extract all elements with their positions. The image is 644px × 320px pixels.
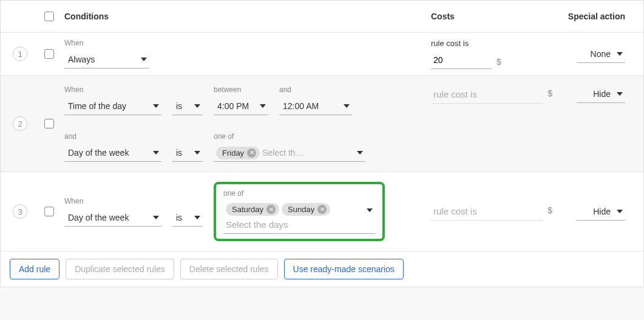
remove-chip-icon[interactable]: ✕ (247, 148, 256, 158)
chevron-down-icon (153, 104, 159, 108)
days-multiselect[interactable]: Saturday ✕ Sunday ✕ (223, 201, 375, 216)
remove-chip-icon[interactable]: ✕ (317, 205, 327, 214)
time-from-select[interactable]: 4:00 PM (214, 98, 268, 115)
time-to-select[interactable]: 12:00 AM (279, 98, 352, 115)
condition-type-select[interactable]: Day of the week (64, 209, 161, 227)
chevron-down-icon (194, 216, 200, 219)
special-action-select[interactable]: None (577, 45, 625, 63)
table-header: Conditions Costs Special action (1, 1, 643, 33)
days-placeholder-input[interactable]: Select the days (223, 216, 375, 234)
rules-table: Conditions Costs Special action 1 When A… (0, 0, 644, 287)
footer-toolbar: Add rule Duplicate selected rules Delete… (1, 252, 643, 287)
cost-label-placeholder[interactable]: rule cost is (431, 202, 543, 221)
operator-value: is (176, 148, 182, 158)
condition-type-value: Always (68, 55, 95, 64)
condition-type-value: Day of the week (68, 148, 129, 158)
select-placeholder: Select the days (226, 218, 288, 232)
chevron-down-icon (617, 210, 623, 213)
day-chip: Saturday ✕ (226, 203, 279, 216)
operator-select[interactable]: is (172, 98, 203, 115)
header-special-action: Special action (552, 12, 625, 21)
rule-row: 3 When Day of the week _ is (1, 172, 643, 252)
header-conditions: Conditions (61, 12, 431, 21)
chevron-down-icon (617, 52, 623, 56)
select-all-checkbox[interactable] (44, 12, 54, 21)
special-action-select[interactable]: Hide (577, 203, 625, 221)
action-value: Hide (593, 207, 611, 216)
rule-checkbox[interactable] (44, 119, 54, 128)
rule-checkbox[interactable] (44, 207, 54, 216)
when-label: When (64, 85, 161, 94)
operator-value: is (176, 213, 182, 222)
and-label: and (279, 85, 352, 94)
condition-type-select[interactable]: Time of the day (64, 98, 161, 115)
chevron-down-icon (153, 216, 159, 219)
cost-label-placeholder[interactable]: rule cost is (431, 85, 543, 104)
special-action-select[interactable]: Hide (577, 85, 625, 103)
when-label: When (64, 197, 161, 205)
chevron-down-icon (260, 104, 266, 108)
when-label: When (64, 39, 149, 47)
time-to-value: 12:00 AM (283, 101, 319, 111)
chevron-down-icon (194, 104, 200, 108)
chevron-down-icon (153, 151, 159, 155)
condition-type-select[interactable]: Day of the week (64, 144, 161, 162)
currency-symbol: $ (497, 57, 501, 67)
day-chip: Sunday ✕ (282, 203, 330, 216)
action-value: None (591, 49, 611, 59)
chevron-down-icon (344, 104, 350, 108)
chevron-down-icon (141, 58, 147, 61)
duplicate-rules-button[interactable]: Duplicate selected rules (66, 259, 174, 279)
between-label: between (214, 85, 268, 94)
select-placeholder: Select th… (262, 146, 303, 159)
chip-text: Saturday (232, 205, 263, 214)
rule-row: 2 When Time of the day _ is (1, 76, 643, 172)
header-costs: Costs (431, 12, 552, 21)
use-scenarios-button[interactable]: Use ready-made scenarios (284, 259, 404, 279)
chevron-down-icon (617, 92, 623, 96)
rule-checkbox[interactable] (44, 49, 54, 59)
one-of-label: one of (214, 132, 365, 141)
operator-value: is (176, 101, 182, 111)
rule-row: 1 When Always rule cost is $ (1, 33, 643, 76)
and-label: and (64, 132, 161, 141)
cost-label: rule cost is (431, 39, 552, 48)
operator-select[interactable]: is (172, 209, 203, 227)
rule-number: 2 (13, 116, 27, 131)
currency-symbol: $ (547, 205, 552, 215)
time-from-value: 4:00 PM (217, 101, 249, 111)
chevron-down-icon (194, 151, 200, 155)
one-of-label: one of (223, 189, 375, 198)
add-rule-button[interactable]: Add rule (10, 259, 59, 279)
rule-number: 3 (13, 204, 27, 219)
condition-type-value: Day of the week (68, 213, 129, 222)
condition-type-select[interactable]: Always (64, 51, 149, 68)
currency-symbol: $ (547, 88, 552, 98)
remove-chip-icon[interactable]: ✕ (266, 205, 276, 214)
chevron-down-icon (357, 151, 363, 155)
highlighted-days-field: one of Saturday ✕ Sunday ✕ (214, 182, 385, 241)
day-chip: Friday ✕ (216, 147, 260, 159)
chip-text: Sunday (288, 205, 314, 214)
delete-rules-button[interactable]: Delete selected rules (180, 259, 278, 279)
days-multiselect[interactable]: Friday ✕ Select th… (214, 144, 365, 162)
action-value: Hide (593, 89, 611, 99)
chevron-down-icon (367, 208, 373, 212)
operator-select[interactable]: is (172, 144, 203, 162)
condition-type-value: Time of the day (68, 101, 126, 111)
chip-text: Friday (222, 148, 244, 158)
cost-input[interactable] (431, 52, 492, 69)
rule-number: 1 (13, 47, 27, 61)
